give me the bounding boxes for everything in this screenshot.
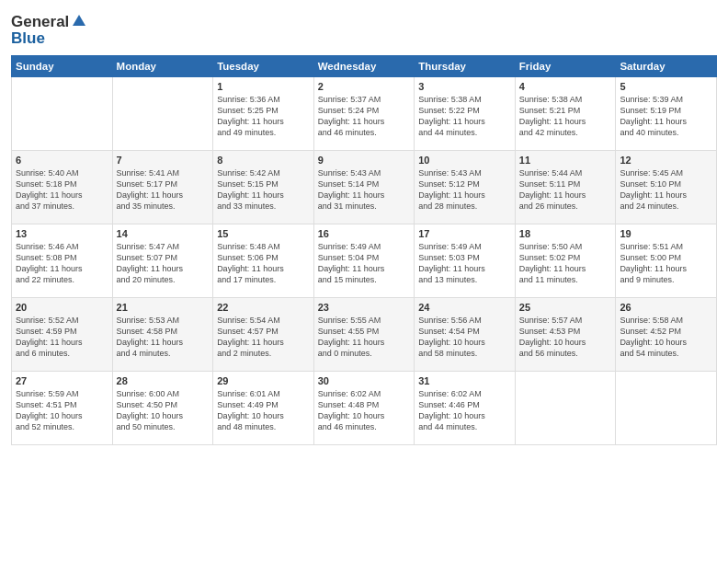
day-number: 31 — [418, 375, 511, 386]
page-container: General Blue SundayMondayTuesdayWednesda… — [0, 0, 728, 454]
calendar-cell: 30Sunrise: 6:02 AM Sunset: 4:48 PM Dayli… — [313, 372, 415, 445]
day-info: Sunrise: 5:58 AM Sunset: 4:52 PM Dayligh… — [620, 315, 712, 360]
day-number: 23 — [318, 302, 411, 313]
weekday-header-friday: Friday — [515, 56, 616, 77]
calendar-cell: 10Sunrise: 5:43 AM Sunset: 5:12 PM Dayli… — [415, 151, 516, 224]
calendar-header: SundayMondayTuesdayWednesdayThursdayFrid… — [12, 56, 717, 77]
weekday-header-wednesday: Wednesday — [313, 56, 415, 77]
logo-blue: Blue — [11, 29, 87, 48]
calendar-cell: 26Sunrise: 5:58 AM Sunset: 4:52 PM Dayli… — [616, 298, 717, 372]
weekday-header-tuesday: Tuesday — [213, 56, 314, 77]
day-info: Sunrise: 5:50 AM Sunset: 5:02 PM Dayligh… — [519, 241, 612, 286]
day-info: Sunrise: 5:44 AM Sunset: 5:11 PM Dayligh… — [519, 167, 612, 213]
day-number: 15 — [217, 228, 310, 239]
calendar-cell: 27Sunrise: 5:59 AM Sunset: 4:51 PM Dayli… — [12, 372, 113, 445]
day-number: 29 — [217, 375, 310, 386]
calendar-cell: 11Sunrise: 5:44 AM Sunset: 5:11 PM Dayli… — [515, 151, 616, 224]
calendar-cell: 18Sunrise: 5:50 AM Sunset: 5:02 PM Dayli… — [515, 224, 616, 298]
calendar-cell: 3Sunrise: 5:38 AM Sunset: 5:22 PM Daylig… — [415, 77, 516, 151]
day-info: Sunrise: 5:43 AM Sunset: 5:12 PM Dayligh… — [418, 167, 511, 213]
calendar-cell — [12, 77, 113, 151]
day-number: 4 — [519, 81, 612, 92]
day-info: Sunrise: 5:59 AM Sunset: 4:51 PM Dayligh… — [16, 388, 108, 433]
day-number: 30 — [318, 375, 411, 386]
day-info: Sunrise: 5:56 AM Sunset: 4:54 PM Dayligh… — [418, 315, 511, 360]
day-info: Sunrise: 5:49 AM Sunset: 5:04 PM Dayligh… — [318, 241, 411, 286]
calendar-cell: 24Sunrise: 5:56 AM Sunset: 4:54 PM Dayli… — [415, 298, 516, 372]
calendar-cell: 12Sunrise: 5:45 AM Sunset: 5:10 PM Dayli… — [616, 151, 717, 224]
day-info: Sunrise: 5:38 AM Sunset: 5:21 PM Dayligh… — [519, 94, 612, 139]
calendar-cell: 14Sunrise: 5:47 AM Sunset: 5:07 PM Dayli… — [112, 224, 213, 298]
day-number: 27 — [16, 375, 108, 386]
calendar-cell: 17Sunrise: 5:49 AM Sunset: 5:03 PM Dayli… — [415, 224, 516, 298]
day-number: 18 — [519, 228, 612, 239]
calendar-cell: 23Sunrise: 5:55 AM Sunset: 4:55 PM Dayli… — [313, 298, 415, 372]
calendar-cell: 19Sunrise: 5:51 AM Sunset: 5:00 PM Dayli… — [616, 224, 717, 298]
calendar-cell: 28Sunrise: 6:00 AM Sunset: 4:50 PM Dayli… — [112, 372, 213, 445]
calendar-table: SundayMondayTuesdayWednesdayThursdayFrid… — [11, 55, 717, 445]
day-info: Sunrise: 5:45 AM Sunset: 5:10 PM Dayligh… — [620, 167, 712, 213]
weekday-header-monday: Monday — [112, 56, 213, 77]
calendar-cell: 1Sunrise: 5:36 AM Sunset: 5:25 PM Daylig… — [213, 77, 314, 151]
day-number: 3 — [418, 81, 511, 92]
calendar-cell: 25Sunrise: 5:57 AM Sunset: 4:53 PM Dayli… — [515, 298, 616, 372]
day-info: Sunrise: 5:38 AM Sunset: 5:22 PM Dayligh… — [418, 94, 511, 139]
calendar-cell: 13Sunrise: 5:46 AM Sunset: 5:08 PM Dayli… — [12, 224, 113, 298]
day-number: 2 — [318, 81, 411, 92]
day-info: Sunrise: 5:47 AM Sunset: 5:07 PM Dayligh… — [117, 241, 210, 286]
calendar-cell — [112, 77, 213, 151]
calendar-cell: 4Sunrise: 5:38 AM Sunset: 5:21 PM Daylig… — [515, 77, 616, 151]
calendar-week-row: 13Sunrise: 5:46 AM Sunset: 5:08 PM Dayli… — [12, 224, 717, 298]
header: General Blue — [11, 9, 717, 48]
svg-marker-0 — [73, 15, 85, 26]
calendar-cell: 29Sunrise: 6:01 AM Sunset: 4:49 PM Dayli… — [213, 372, 314, 445]
day-number: 28 — [117, 375, 210, 386]
calendar-cell: 7Sunrise: 5:41 AM Sunset: 5:17 PM Daylig… — [112, 151, 213, 224]
calendar-week-row: 20Sunrise: 5:52 AM Sunset: 4:59 PM Dayli… — [12, 298, 717, 372]
day-info: Sunrise: 5:39 AM Sunset: 5:19 PM Dayligh… — [620, 94, 712, 139]
weekday-header-sunday: Sunday — [12, 56, 113, 77]
day-number: 14 — [117, 228, 210, 239]
calendar-week-row: 27Sunrise: 5:59 AM Sunset: 4:51 PM Dayli… — [12, 372, 717, 445]
day-info: Sunrise: 5:55 AM Sunset: 4:55 PM Dayligh… — [318, 315, 411, 360]
weekday-row: SundayMondayTuesdayWednesdayThursdayFrid… — [12, 56, 717, 77]
day-number: 9 — [318, 155, 411, 166]
calendar-cell: 8Sunrise: 5:42 AM Sunset: 5:15 PM Daylig… — [213, 151, 314, 224]
calendar-cell: 16Sunrise: 5:49 AM Sunset: 5:04 PM Dayli… — [313, 224, 415, 298]
calendar-cell: 21Sunrise: 5:53 AM Sunset: 4:58 PM Dayli… — [112, 298, 213, 372]
day-number: 7 — [117, 155, 210, 166]
day-number: 1 — [217, 81, 310, 92]
weekday-header-saturday: Saturday — [616, 56, 717, 77]
calendar-cell: 22Sunrise: 5:54 AM Sunset: 4:57 PM Dayli… — [213, 298, 314, 372]
calendar-cell: 31Sunrise: 6:02 AM Sunset: 4:46 PM Dayli… — [415, 372, 516, 445]
day-number: 21 — [117, 302, 210, 313]
day-number: 24 — [418, 302, 511, 313]
day-info: Sunrise: 5:53 AM Sunset: 4:58 PM Dayligh… — [117, 315, 210, 360]
day-info: Sunrise: 6:01 AM Sunset: 4:49 PM Dayligh… — [217, 388, 310, 433]
calendar-body: 1Sunrise: 5:36 AM Sunset: 5:25 PM Daylig… — [12, 77, 717, 445]
day-info: Sunrise: 5:43 AM Sunset: 5:14 PM Dayligh… — [318, 167, 411, 213]
day-number: 26 — [620, 302, 712, 313]
calendar-cell — [515, 372, 616, 445]
day-info: Sunrise: 5:42 AM Sunset: 5:15 PM Dayligh… — [217, 167, 310, 213]
day-info: Sunrise: 5:46 AM Sunset: 5:08 PM Dayligh… — [16, 241, 108, 286]
day-info: Sunrise: 5:41 AM Sunset: 5:17 PM Dayligh… — [117, 167, 210, 213]
day-number: 13 — [16, 228, 108, 239]
calendar-cell: 5Sunrise: 5:39 AM Sunset: 5:19 PM Daylig… — [616, 77, 717, 151]
calendar-cell: 15Sunrise: 5:48 AM Sunset: 5:06 PM Dayli… — [213, 224, 314, 298]
day-number: 6 — [16, 155, 108, 166]
calendar-cell: 20Sunrise: 5:52 AM Sunset: 4:59 PM Dayli… — [12, 298, 113, 372]
logo: General Blue — [11, 13, 87, 48]
day-number: 20 — [16, 302, 108, 313]
calendar-cell: 2Sunrise: 5:37 AM Sunset: 5:24 PM Daylig… — [313, 77, 415, 151]
day-info: Sunrise: 5:48 AM Sunset: 5:06 PM Dayligh… — [217, 241, 310, 286]
calendar-week-row: 1Sunrise: 5:36 AM Sunset: 5:25 PM Daylig… — [12, 77, 717, 151]
day-number: 8 — [217, 155, 310, 166]
day-info: Sunrise: 5:49 AM Sunset: 5:03 PM Dayligh… — [418, 241, 511, 286]
day-info: Sunrise: 5:52 AM Sunset: 4:59 PM Dayligh… — [16, 315, 108, 360]
day-info: Sunrise: 6:02 AM Sunset: 4:48 PM Dayligh… — [318, 388, 411, 433]
day-info: Sunrise: 6:02 AM Sunset: 4:46 PM Dayligh… — [418, 388, 511, 433]
calendar-cell: 9Sunrise: 5:43 AM Sunset: 5:14 PM Daylig… — [313, 151, 415, 224]
day-info: Sunrise: 5:54 AM Sunset: 4:57 PM Dayligh… — [217, 315, 310, 360]
day-info: Sunrise: 6:00 AM Sunset: 4:50 PM Dayligh… — [117, 388, 210, 433]
